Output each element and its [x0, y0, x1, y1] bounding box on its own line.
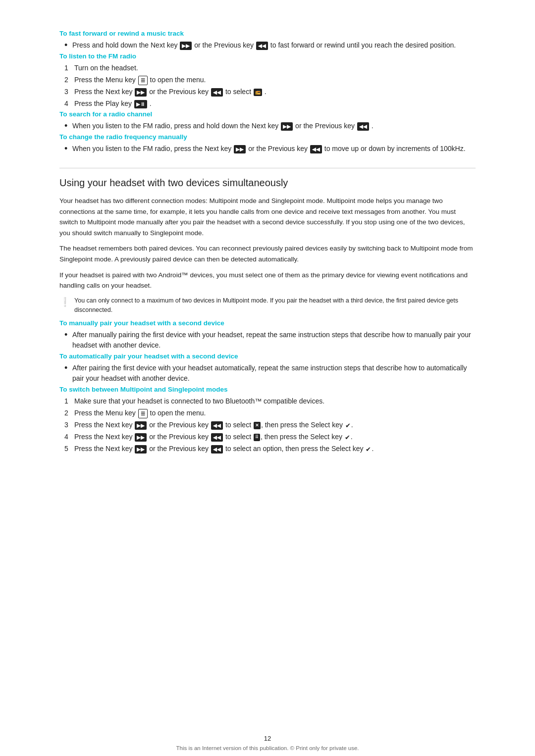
two-devices-para2: The headset remembers both paired device…: [59, 243, 476, 264]
page-content: To fast forward or rewind a music track …: [0, 0, 535, 726]
two-devices-para3: If your headset is paired with two Andro…: [59, 270, 476, 291]
next-key-icon-4: ▶▶: [234, 145, 246, 153]
switch-step1: 1 Make sure that your headset is connect…: [64, 396, 476, 406]
change-freq-heading: To change the radio frequency manually: [59, 133, 476, 141]
multipoint-icon: ⠿: [254, 434, 260, 442]
warning-icon: ❕: [59, 297, 70, 307]
fast-forward-heading: To fast forward or rewind a music track: [59, 30, 476, 37]
listen-fm-step3: 3 Press the Next key ▶▶ or the Previous …: [64, 87, 476, 97]
listen-fm-section: To listen to the FM radio 1 Turn on the …: [59, 52, 476, 109]
bullet-dot-5: •: [64, 363, 72, 372]
search-radio-text: When you listen to the FM radio, press a…: [72, 121, 476, 131]
bullet-dot: •: [64, 41, 72, 50]
switch-step4: 4 Press the Next key ▶▶ or the Previous …: [64, 432, 476, 442]
footer-note: This is an Internet version of this publ…: [0, 745, 535, 751]
switch-step2: 2 Press the Menu key ☰ to open the menu.: [64, 408, 476, 418]
switch-modes-steps: 1 Make sure that your headset is connect…: [64, 396, 476, 454]
radio-icon: 📻: [254, 89, 262, 97]
listen-fm-step4: 4 Press the Play key ▶⏸ .: [64, 99, 476, 109]
two-devices-heading: Using your headset with two devices simu…: [59, 168, 476, 189]
prev-key-icon-6: ◀◀: [211, 433, 223, 442]
next-key-icon-2: ▶▶: [135, 88, 147, 97]
next-key-icon-5: ▶▶: [135, 421, 147, 430]
select-checkmark-1: ✔: [345, 421, 351, 431]
fast-forward-section: To fast forward or rewind a music track …: [59, 30, 476, 50]
search-radio-bullet: • When you listen to the FM radio, press…: [64, 121, 476, 131]
prev-key-icon-7: ◀◀: [211, 445, 223, 454]
next-key-icon-6: ▶▶: [135, 433, 147, 442]
listen-fm-step2: 2 Press the Menu key ☰ to open the menu.: [64, 75, 476, 85]
change-freq-text: When you listen to the FM radio, press t…: [72, 144, 476, 154]
listen-fm-step1: 1 Turn on the headset.: [64, 63, 476, 73]
next-key-icon-3: ▶▶: [281, 122, 293, 131]
auto-pair-heading: To automatically pair your headset with …: [59, 353, 476, 360]
menu-key-icon-2: ☰: [138, 409, 148, 418]
page-number: 12: [0, 735, 535, 742]
change-freq-bullet: • When you listen to the FM radio, press…: [64, 144, 476, 154]
menu-key-icon: ☰: [138, 76, 148, 85]
manually-pair-bullet: • After manually pairing the first devic…: [64, 330, 476, 351]
prev-key-icon-2: ◀◀: [211, 88, 223, 97]
search-radio-heading: To search for a radio channel: [59, 110, 476, 118]
two-devices-para1: Your headset has two different connectio…: [59, 196, 476, 238]
select-checkmark-3: ✔: [366, 445, 371, 454]
fast-forward-text: Press and hold down the Next key ▶▶ or t…: [72, 40, 476, 50]
search-radio-section: To search for a radio channel • When you…: [59, 110, 476, 131]
switch-modes-section: To switch between Multipoint and Singlep…: [59, 386, 476, 454]
auto-pair-bullet: • After pairing the first device with yo…: [64, 363, 476, 384]
fast-forward-bullet: • Press and hold down the Next key ▶▶ or…: [64, 40, 476, 50]
play-key-icon: ▶⏸: [134, 100, 147, 108]
listen-fm-steps: 1 Turn on the headset. 2 Press the Menu …: [64, 63, 476, 109]
page-footer: 12 This is an Internet version of this p…: [0, 726, 535, 756]
switch-step5: 5 Press the Next key ▶▶ or the Previous …: [64, 444, 476, 454]
warning-row: ❕ You can only connect to a maximum of t…: [59, 296, 476, 315]
prev-key-icon-4: ◀◀: [310, 145, 322, 153]
warning-text: You can only connect to a maximum of two…: [74, 296, 476, 315]
manually-pair-heading: To manually pair your headset with a sec…: [59, 319, 476, 327]
auto-pair-section: To automatically pair your headset with …: [59, 353, 476, 384]
prev-key-icon-3: ◀◀: [357, 122, 369, 131]
switch-modes-heading: To switch between Multipoint and Singlep…: [59, 386, 476, 393]
bullet-dot-2: •: [64, 121, 72, 130]
bullet-dot-4: •: [64, 330, 72, 339]
listen-fm-heading: To listen to the FM radio: [59, 52, 476, 60]
prev-key-icon-5: ◀◀: [211, 421, 223, 430]
switch-step3: 3 Press the Next key ▶▶ or the Previous …: [64, 420, 476, 430]
prev-key-icon: ◀◀: [256, 42, 268, 50]
manually-pair-section: To manually pair your headset with a sec…: [59, 319, 476, 351]
bullet-dot-3: •: [64, 144, 72, 153]
auto-pair-text: After pairing the first device with your…: [72, 363, 476, 384]
change-freq-section: To change the radio frequency manually •…: [59, 133, 476, 154]
select-checkmark-2: ✔: [345, 433, 350, 443]
bluetooth-icon: ✕: [254, 422, 261, 430]
next-key-icon-7: ▶▶: [135, 445, 147, 454]
next-key-icon: ▶▶: [180, 42, 192, 50]
manually-pair-text: After manually pairing the first device …: [72, 330, 476, 351]
